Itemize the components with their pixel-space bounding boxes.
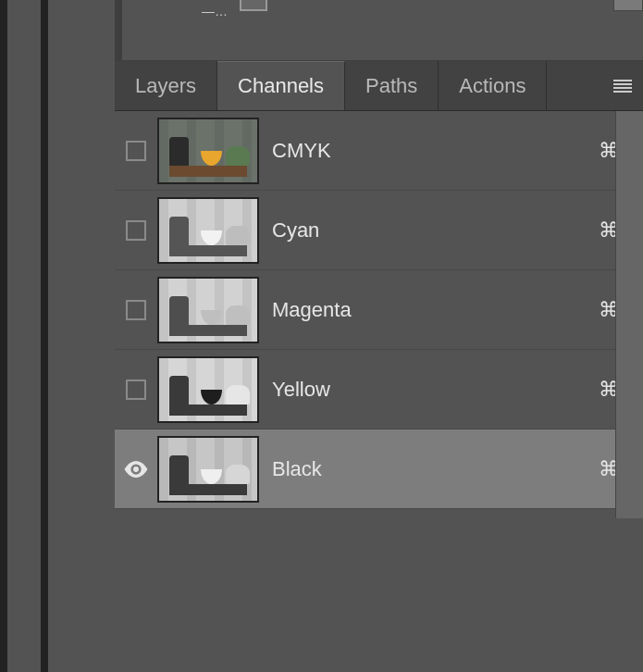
channel-name-label: Cyan	[272, 218, 599, 243]
upper-panel-field	[240, 0, 267, 11]
upper-panel-text: —…	[202, 4, 228, 19]
tab-paths[interactable]: Paths	[345, 61, 439, 110]
panel-menu-button[interactable]	[602, 61, 643, 110]
dock-strip-b	[48, 0, 115, 672]
panel-tab-bar: Layers Channels Paths Actions	[115, 61, 643, 111]
visibility-toggle[interactable]	[115, 380, 157, 400]
channel-thumbnail	[157, 277, 259, 343]
channel-thumbnail	[157, 197, 259, 264]
channel-name-label: Magenta	[272, 298, 599, 322]
channel-row-cyan[interactable]: Cyan ⌘3	[115, 191, 643, 270]
visibility-toggle[interactable]	[115, 300, 157, 320]
visibility-checkbox-icon	[126, 380, 146, 400]
tab-layers[interactable]: Layers	[115, 61, 217, 110]
tab-label: Paths	[365, 74, 417, 98]
tab-label: Layers	[135, 74, 196, 98]
channel-name-label: Yellow	[272, 378, 599, 402]
visibility-checkbox-icon	[126, 300, 146, 320]
channel-row-yellow[interactable]: Yellow ⌘5	[115, 350, 643, 429]
tab-actions[interactable]: Actions	[439, 61, 547, 110]
tab-channels[interactable]: Channels	[217, 61, 345, 110]
channel-row-magenta[interactable]: Magenta ⌘4	[115, 270, 643, 350]
visibility-checkbox-icon	[126, 220, 146, 241]
upper-panel-scroll-stub	[613, 0, 643, 11]
channel-thumbnail	[157, 436, 259, 503]
svg-point-0	[133, 467, 139, 472]
eye-icon	[123, 461, 149, 478]
channel-name-label: CMYK	[272, 139, 599, 163]
channel-row-cmyk[interactable]: CMYK ⌘2	[115, 111, 643, 191]
upper-panel-fragment: —…	[122, 0, 643, 61]
channel-thumbnail	[157, 118, 259, 184]
visibility-toggle[interactable]	[115, 461, 157, 478]
panel-scrollbar[interactable]	[615, 111, 643, 518]
visibility-checkbox-icon	[126, 141, 146, 161]
dock-divider	[41, 0, 48, 672]
channel-row-black[interactable]: Black ⌘6	[115, 429, 643, 509]
app-frame-edge	[0, 0, 7, 672]
tab-label: Actions	[459, 74, 526, 98]
tab-label: Channels	[238, 74, 324, 98]
visibility-toggle[interactable]	[115, 220, 157, 241]
dock-strip-a	[7, 0, 41, 672]
channel-name-label: Black	[272, 457, 599, 481]
hamburger-icon	[613, 80, 632, 93]
visibility-toggle[interactable]	[115, 141, 157, 161]
channels-list: CMYK ⌘2 Cyan ⌘3 Magenta ⌘4 Yellow ⌘5	[115, 111, 643, 672]
channel-thumbnail	[157, 356, 259, 423]
